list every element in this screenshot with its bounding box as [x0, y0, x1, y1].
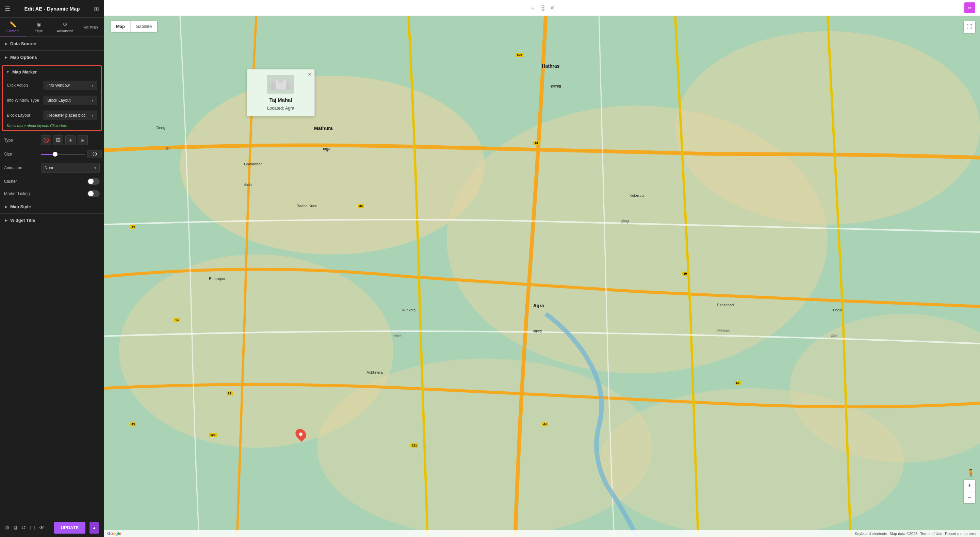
type-icon-image[interactable]: 🖼: [53, 135, 63, 145]
panel-bottom: ⚙ ⧉ ↺ ⬚ 👁 UPDATE ▲: [0, 518, 104, 537]
grid-icon[interactable]: ⊞: [94, 5, 99, 13]
block-layout-row: Block Layout Repeater places bloc Defaul…: [3, 108, 101, 123]
size-label: Size: [4, 152, 38, 156]
click-action-select[interactable]: Info Window Custom URL None: [43, 81, 97, 90]
click-here-link[interactable]: Click Here: [50, 124, 67, 127]
place-mathura-hindi: मथुरा: [323, 147, 331, 151]
road-badge-509: 509: [515, 53, 523, 57]
advanced-tab-icon: ⚙: [63, 21, 67, 27]
info-window-title: Taj Mahal: [253, 97, 309, 103]
map-type-satellite-button[interactable]: Satellite: [130, 21, 157, 32]
info-window-type-wrapper: Block Layout Default Custom ▼: [43, 96, 97, 105]
road-badge-21: 21: [227, 391, 233, 395]
drag-icon[interactable]: ⣿: [541, 4, 545, 11]
animation-select[interactable]: None Drop Bounce: [41, 163, 100, 172]
road-badge-44: 44: [130, 225, 136, 229]
marker-listing-toggle[interactable]: [88, 190, 100, 197]
zoom-controls: + −: [964, 480, 975, 503]
info-window: ✕ Taj Mahal Located: Agra: [247, 69, 315, 116]
layers-icon[interactable]: ⧉: [14, 525, 18, 531]
map-type-map-button[interactable]: Map: [111, 21, 130, 32]
place-achhnera: Achhnera: [367, 370, 383, 374]
info-window-type-row: Info Window Type Block Layout Default Cu…: [3, 93, 101, 108]
zoom-in-button[interactable]: +: [964, 480, 975, 491]
history-icon[interactable]: ↺: [21, 524, 26, 531]
settings-icon[interactable]: ⚙: [5, 524, 10, 531]
road-badge-14: 14: [174, 318, 180, 322]
zoom-out-button[interactable]: −: [964, 491, 975, 503]
svg-point-1: [180, 76, 485, 255]
road-badge-62: 62: [735, 381, 741, 385]
tab-style[interactable]: ◉ Style: [26, 18, 52, 37]
widget-title-label: Widget Title: [10, 218, 35, 223]
section-data-source[interactable]: ▶ Data Source: [0, 37, 104, 50]
map-marker-arrow: ▼: [6, 70, 10, 74]
info-window-type-label: Info Window Type: [7, 98, 41, 103]
svg-point-4: [789, 314, 980, 462]
section-map-marker[interactable]: ▼ Map Marker: [3, 66, 101, 78]
edit-pencil-button[interactable]: ✏: [964, 2, 975, 13]
block-layout-select[interactable]: Repeater places bloc Default Layout: [43, 111, 97, 120]
size-slider[interactable]: [41, 154, 85, 155]
type-row: Type 🚫 🖼 ★ ⊞: [0, 132, 104, 148]
type-icon-grid[interactable]: ⊞: [78, 135, 88, 145]
map-options-label: Map Options: [10, 55, 37, 60]
content-tab-icon: ✏️: [10, 21, 16, 27]
place-agra: Agra: [533, 303, 544, 308]
type-icons: 🚫 🖼 ★ ⊞: [41, 135, 100, 145]
top-bar-icons: ＋ ⣿ ✕: [530, 4, 554, 12]
tab-aepro[interactable]: AE PRO: [78, 18, 104, 37]
panel-header: ☰ Edit AE - Dynamic Map ⊞: [0, 0, 104, 18]
place-bharatpur: Bharatpur: [209, 277, 225, 281]
marker-listing-toggle-knob: [88, 191, 94, 196]
keyboard-shortcuts-link[interactable]: Keyboard shortcuts: [855, 532, 887, 535]
info-window-image: [267, 75, 294, 94]
cluster-label: Cluster: [4, 179, 17, 184]
update-button[interactable]: UPDATE: [54, 522, 86, 534]
pin-body: [293, 427, 308, 442]
click-action-row: Click Action Info Window Custom URL None…: [3, 78, 101, 93]
map-style-arrow: ▶: [5, 205, 8, 209]
terms-of-use-link[interactable]: Terms of Use: [920, 532, 942, 535]
pin-dot: [299, 432, 302, 436]
cluster-toggle[interactable]: [88, 178, 100, 185]
hamburger-icon[interactable]: ☰: [5, 5, 10, 13]
map-bottom-bar: Google Keyboard shortcuts Map data ©2023…: [104, 530, 980, 537]
map-roads-svg: [104, 16, 980, 537]
add-icon[interactable]: ＋: [530, 4, 536, 12]
place-hathras-hindi: हाथरस: [550, 84, 561, 89]
map-type-toggle: Map Satellite: [111, 21, 157, 32]
tab-content[interactable]: ✏️ Content: [0, 18, 26, 37]
section-widget-title[interactable]: ▶ Widget Title: [0, 214, 104, 227]
duplicate-icon[interactable]: ⬚: [30, 524, 35, 531]
map-data-text: Map data ©2023: [890, 532, 918, 535]
road-badge-19-2: 19: [682, 272, 688, 276]
panel-content: ▶ Data Source ▶ Map Options ▼ Map Marker…: [0, 37, 104, 518]
map-container: Map Satellite ⛶ Hathras हाथरस Mathura मथ…: [104, 16, 980, 537]
click-action-label: Click Action: [7, 83, 41, 88]
block-layout-wrapper: Repeater places bloc Default Layout ▼: [43, 111, 97, 120]
info-window-type-select[interactable]: Block Layout Default Custom: [43, 96, 97, 105]
tab-aepro-label: AE PRO: [84, 25, 98, 30]
place-deeg: Deeg: [156, 126, 165, 130]
size-value-input[interactable]: 30: [88, 150, 102, 158]
pegman-icon[interactable]: 🧍: [966, 468, 975, 478]
info-window-close-button[interactable]: ✕: [308, 72, 312, 77]
place-agra-hindi: आगरा: [533, 329, 542, 333]
google-logo: Google: [107, 531, 121, 536]
fullscreen-button[interactable]: ⛶: [964, 21, 975, 33]
report-error-link[interactable]: Report a map error: [945, 532, 977, 535]
type-icon-ban[interactable]: 🚫: [41, 135, 51, 145]
section-map-options[interactable]: ▶ Map Options: [0, 50, 104, 64]
type-icon-star[interactable]: ★: [65, 135, 76, 145]
map-marker-label: Map Marker: [12, 69, 37, 75]
tab-advanced[interactable]: ⚙ Advanced: [52, 18, 78, 37]
eye-icon[interactable]: 👁: [39, 525, 45, 531]
section-map-style[interactable]: ▶ Map Style: [0, 200, 104, 214]
map-pin[interactable]: [296, 429, 305, 440]
map-marker-section: ▼ Map Marker Click Action Info Window Cu…: [2, 65, 102, 131]
size-slider-wrapper: 30: [41, 150, 102, 158]
update-chevron-button[interactable]: ▲: [89, 522, 99, 534]
close-widget-icon[interactable]: ✕: [550, 5, 554, 11]
road-badge-33: 33: [358, 204, 364, 208]
